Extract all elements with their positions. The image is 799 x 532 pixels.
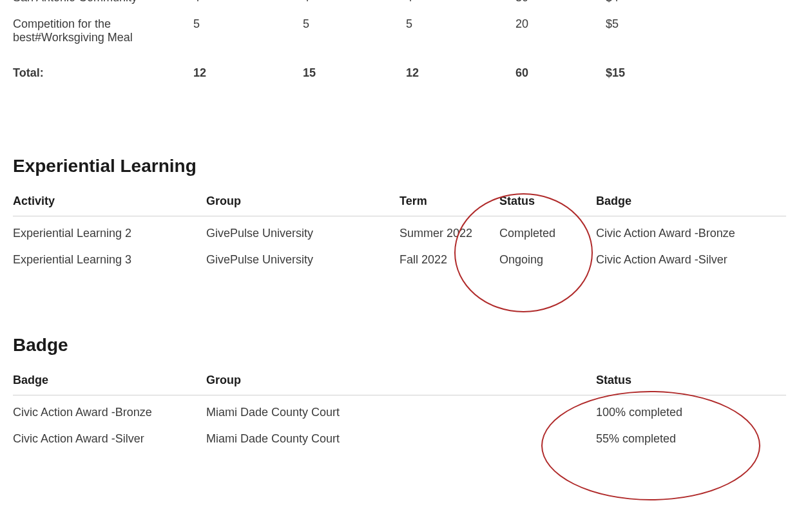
- table-header-row: Badge Group Status: [13, 367, 786, 395]
- summary-c5: 20: [515, 8, 606, 48]
- table-row: Experiential Learning 3 GivePulse Univer…: [13, 244, 786, 271]
- table-row: Civic Action Award -Silver Miami Dade Co…: [13, 423, 786, 450]
- summary-c2: 4: [193, 0, 303, 8]
- badge-table: Badge Group Status Civic Action Award -B…: [13, 367, 786, 450]
- badge-group: Miami Dade County Court: [206, 395, 596, 424]
- el-activity: Experiential Learning 2: [13, 216, 206, 245]
- total-c6: $15: [606, 48, 786, 98]
- badge-status: 100% completed: [596, 395, 786, 424]
- el-status: Completed: [499, 216, 596, 245]
- summary-name: Competition for the best#Worksgiving Mea…: [13, 8, 193, 48]
- col-group: Group: [206, 188, 400, 216]
- badge-name: Civic Action Award -Silver: [13, 423, 206, 450]
- col-group: Group: [206, 367, 596, 395]
- table-row: Competition for the best#Worksgiving Mea…: [13, 8, 786, 48]
- el-term: Summer 2022: [400, 216, 499, 245]
- summary-table: San Antonio Community 4 4 4 30 $4 Compet…: [13, 0, 786, 98]
- summary-c4: 5: [406, 8, 515, 48]
- total-c2: 12: [193, 48, 303, 98]
- total-c4: 12: [406, 48, 515, 98]
- summary-c3: 4: [303, 0, 406, 8]
- el-group: GivePulse University: [206, 244, 400, 271]
- badge-title: Badge: [13, 335, 786, 356]
- badge-group: Miami Dade County Court: [206, 423, 596, 450]
- total-label: Total:: [13, 48, 193, 98]
- el-status: Ongoing: [499, 244, 596, 271]
- summary-c6: $5: [606, 8, 786, 48]
- total-c3: 15: [303, 48, 406, 98]
- table-row: Experiential Learning 2 GivePulse Univer…: [13, 216, 786, 245]
- summary-c6: $4: [606, 0, 786, 8]
- col-status: Status: [596, 367, 786, 395]
- table-row: San Antonio Community 4 4 4 30 $4: [13, 0, 786, 8]
- experiential-learning-table: Activity Group Term Status Badge Experie…: [13, 188, 786, 271]
- el-badge: Civic Action Award -Silver: [596, 244, 786, 271]
- summary-c3: 5: [303, 8, 406, 48]
- col-badge: Badge: [596, 188, 786, 216]
- experiential-learning-title: Experiential Learning: [13, 156, 786, 176]
- table-total-row: Total: 12 15 12 60 $15: [13, 48, 786, 98]
- summary-name: San Antonio Community: [13, 0, 193, 8]
- table-row: Civic Action Award -Bronze Miami Dade Co…: [13, 395, 786, 424]
- table-header-row: Activity Group Term Status Badge: [13, 188, 786, 216]
- summary-c4: 4: [406, 0, 515, 8]
- el-activity: Experiential Learning 3: [13, 244, 206, 271]
- badge-status: 55% completed: [596, 423, 786, 450]
- col-term: Term: [400, 188, 499, 216]
- col-badge: Badge: [13, 367, 206, 395]
- el-badge: Civic Action Award -Bronze: [596, 216, 786, 245]
- total-c5: 60: [515, 48, 606, 98]
- summary-c5: 30: [515, 0, 606, 8]
- summary-c2: 5: [193, 8, 303, 48]
- col-status: Status: [499, 188, 596, 216]
- el-term: Fall 2022: [400, 244, 499, 271]
- badge-name: Civic Action Award -Bronze: [13, 395, 206, 424]
- col-activity: Activity: [13, 188, 206, 216]
- el-group: GivePulse University: [206, 216, 400, 245]
